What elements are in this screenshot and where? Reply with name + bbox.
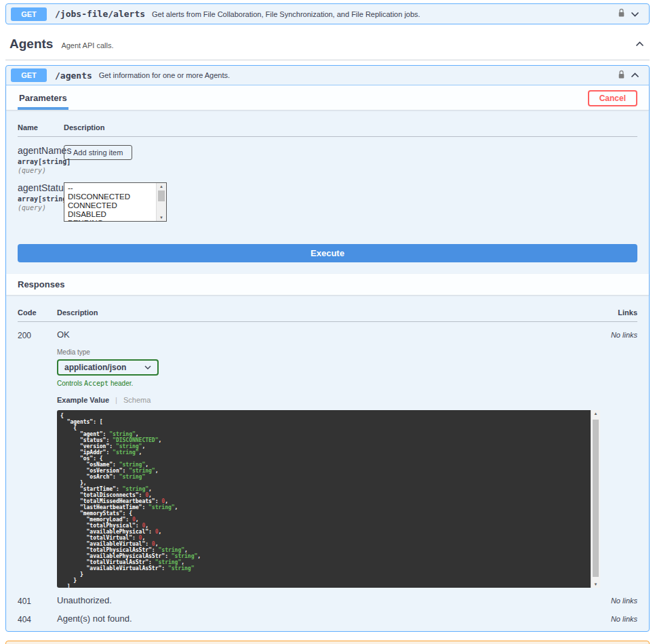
description-column-header: Description [57, 308, 600, 317]
tab-separator: | [115, 396, 117, 404]
responses-column-headers: Code Description Links [18, 304, 637, 322]
expand-endpoint-button[interactable] [628, 12, 642, 17]
get-method-badge: GET [11, 68, 47, 82]
param-location: (query) [18, 204, 64, 212]
media-type-select[interactable]: application/json [57, 359, 159, 376]
endpoint-description: Get alerts from File Collaboration, File… [152, 10, 420, 18]
responses-title: Responses [18, 279, 64, 289]
responses-section-header: Responses [6, 274, 649, 295]
responses-inner: Code Description Links 200 OK Media type… [6, 295, 649, 631]
param-meta: agentNames array[string] (query) [18, 145, 64, 174]
media-type-label: Media type [57, 348, 600, 356]
response-code: 200 [18, 329, 57, 588]
media-type-value: application/json [64, 363, 126, 372]
endpoint-path: /jobs-file/alerts [55, 9, 145, 19]
param-location: (query) [18, 167, 64, 174]
listbox-option[interactable]: -- [64, 184, 156, 193]
auth-lock-button[interactable] [615, 70, 628, 81]
param-control: --DISCONNECTEDCONNECTEDDISABLEDPENDING ▲… [64, 182, 637, 222]
chevron-up-icon [635, 41, 644, 47]
param-type: array[string] [18, 195, 64, 203]
chevron-down-icon [144, 365, 151, 369]
param-row-agent-names: agentNames array[string] (query) Add str… [18, 145, 637, 174]
response-links: No links [600, 595, 637, 606]
description-column-header: Description [64, 123, 637, 132]
lock-icon [618, 8, 625, 20]
chevron-down-icon [631, 12, 639, 17]
links-column-header: Links [600, 308, 637, 317]
scrollbar-thumb[interactable] [593, 420, 599, 577]
response-row-200: 200 OK Media type application/json Contr… [18, 329, 637, 588]
scroll-down-icon[interactable]: ▼ [157, 214, 166, 221]
response-links: No links [600, 613, 637, 624]
tag-description: Agent API calls. [61, 41, 113, 49]
endpoint-jobs-file-alerts-summary[interactable]: GET /jobs-file/alerts Get alerts from Fi… [6, 4, 649, 24]
param-name: agentNames [18, 145, 64, 156]
param-row-agent-status: agentStatus array[string] (query) --DISC… [18, 182, 637, 222]
endpoint-agents: GET /agents Get information for one or m… [5, 65, 650, 632]
response-row-401: 401 Unauthorized. No links [18, 595, 637, 606]
scroll-up-icon[interactable]: ▲ [157, 183, 166, 190]
auth-lock-button[interactable] [615, 8, 628, 20]
tab-example-value[interactable]: Example Value [57, 396, 109, 404]
response-links: No links [600, 329, 637, 588]
parameters-section-header: Parameters Cancel [6, 85, 649, 110]
endpoint-agents-summary[interactable]: GET /agents Get information for one or m… [6, 66, 649, 85]
response-row-404: 404 Agent(s) not found. No links [18, 613, 637, 624]
execute-wrapper: Execute [6, 233, 649, 274]
listbox-option[interactable]: DISABLED [64, 210, 156, 219]
listbox-option[interactable]: DISCONNECTED [64, 193, 156, 201]
endpoint-description: Get information for one or more Agents. [99, 71, 230, 79]
response-code: 404 [18, 613, 57, 624]
note-prefix: Controls [57, 380, 84, 387]
endpoint-agents-restart: PUT /agents/restart [5, 641, 650, 644]
param-type: array[string] [18, 158, 64, 165]
code-scrollbar[interactable]: ▲ ▼ [591, 410, 600, 588]
chevron-up-icon [631, 73, 639, 78]
param-control: Add string item [64, 145, 637, 160]
response-description: OK [57, 329, 600, 340]
response-description-cell: OK Media type application/json Controls … [57, 329, 600, 588]
param-meta: agentStatus array[string] (query) [18, 182, 64, 212]
cancel-button[interactable]: Cancel [588, 90, 637, 106]
parameters-container: Name Description agentNames array[string… [6, 110, 649, 233]
parameters-column-headers: Name Description [18, 119, 637, 137]
tag-section-agents[interactable]: Agents Agent API calls. [5, 31, 650, 60]
controls-accept-note: Controls Accept header. [57, 380, 600, 387]
collapse-endpoint-button[interactable] [628, 73, 642, 78]
response-code: 401 [18, 595, 57, 606]
note-suffix: header. [108, 380, 133, 387]
endpoint-agents-restart-summary[interactable]: PUT /agents/restart [6, 641, 649, 644]
lock-icon [618, 70, 625, 81]
listbox-scrollbar[interactable]: ▲ ▼ [156, 183, 166, 221]
endpoint-jobs-file-alerts: GET /jobs-file/alerts Get alerts from Fi… [5, 3, 650, 24]
example-code-block: { "agents": [ { "agent": "string", "stat… [57, 410, 600, 588]
code-column-header: Code [18, 308, 57, 317]
param-name: agentStatus [18, 182, 64, 193]
endpoint-path: /agents [55, 71, 92, 81]
scroll-down-icon[interactable]: ▼ [591, 581, 600, 588]
add-string-item-button[interactable]: Add string item [64, 145, 132, 160]
agent-status-listbox[interactable]: --DISCONNECTEDCONNECTEDDISABLEDPENDING ▲… [64, 182, 167, 222]
listbox-option[interactable]: CONNECTED [64, 201, 156, 210]
note-code: Accept [84, 380, 108, 387]
response-description: Unauthorized. [57, 595, 600, 606]
listbox-options: --DISCONNECTEDCONNECTEDDISABLEDPENDING [64, 183, 156, 221]
tag-title: Agents [9, 37, 53, 52]
execute-button[interactable]: Execute [18, 244, 637, 262]
example-tabs: Example Value | Schema [57, 396, 600, 404]
tab-schema[interactable]: Schema [123, 396, 151, 404]
response-description: Agent(s) not found. [57, 613, 600, 624]
collapse-section-button[interactable] [633, 41, 647, 47]
example-json: { "agents": [ { "agent": "string", "stat… [57, 410, 591, 588]
scroll-up-icon[interactable]: ▲ [591, 410, 600, 417]
get-method-badge: GET [11, 7, 47, 21]
tab-parameters[interactable]: Parameters [18, 91, 68, 110]
scrollbar-thumb[interactable] [158, 190, 165, 201]
listbox-option[interactable]: PENDING [64, 219, 156, 221]
name-column-header: Name [18, 123, 64, 132]
